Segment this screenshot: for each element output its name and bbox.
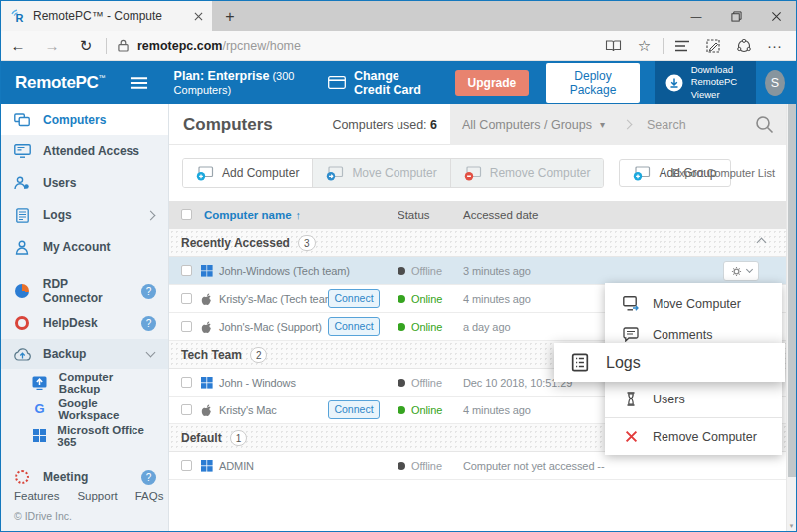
scrollbar[interactable]: ▾ xyxy=(786,104,796,531)
help-icon[interactable]: ? xyxy=(141,470,156,485)
column-accessed-date[interactable]: Accessed date xyxy=(463,209,538,221)
menu-item-users[interactable]: Users xyxy=(605,384,782,414)
row-checkbox[interactable] xyxy=(181,404,192,415)
new-tab-button[interactable]: + xyxy=(212,3,248,31)
hub-icon[interactable] xyxy=(666,40,697,52)
menu-item-move-computer[interactable]: Move Computer xyxy=(605,288,782,319)
table-header: Computer name↑ Status Accessed date xyxy=(169,201,786,229)
sidebar-item-computers[interactable]: Computers xyxy=(1,104,168,135)
hamburger-menu-icon[interactable] xyxy=(130,76,148,90)
footer-link-support[interactable]: Support xyxy=(77,490,117,502)
add-computer-label: Add Computer xyxy=(222,166,299,180)
close-window-button[interactable] xyxy=(756,1,796,31)
row-actions-button[interactable] xyxy=(723,261,759,281)
address-bar[interactable]: remotepc.com/rpcnew/home xyxy=(118,39,598,53)
add-computer-button[interactable]: Add Computer xyxy=(183,159,313,187)
sidebar-item-label: Computer Backup xyxy=(59,371,156,395)
sidebar-item-label: Computers xyxy=(43,113,106,127)
restore-button[interactable] xyxy=(716,1,756,31)
menu-item-remove-computer[interactable]: Remove Computer xyxy=(605,421,782,452)
footer-link-features[interactable]: Features xyxy=(14,490,59,502)
row-checkbox[interactable] xyxy=(181,265,192,276)
sidebar-item-rdp-connector[interactable]: RDP Connector? xyxy=(1,275,168,307)
row-checkbox[interactable] xyxy=(181,460,192,471)
column-computer-name[interactable]: Computer name↑ xyxy=(204,209,301,221)
download-viewer-button[interactable]: DownloadRemotePC Viewer xyxy=(655,61,756,104)
computer-row[interactable]: John-Windows (Tech team)Offline3 minutes… xyxy=(169,257,786,285)
upgrade-button[interactable]: Upgrade xyxy=(455,70,530,96)
helpdesk-icon xyxy=(13,316,31,330)
back-button[interactable]: ← xyxy=(1,37,35,54)
status-online: Online xyxy=(398,293,442,305)
reading-view-icon[interactable] xyxy=(598,39,629,53)
change-credit-card-link[interactable]: Change Credit Card xyxy=(328,69,438,97)
sidebar-item-attended-access[interactable]: Attended Access xyxy=(1,135,168,167)
row-checkbox[interactable] xyxy=(181,321,192,332)
connect-button[interactable]: Connect xyxy=(328,317,380,336)
remove-computer-icon xyxy=(464,166,482,181)
search-icon[interactable] xyxy=(755,115,774,133)
status-dot-icon xyxy=(398,379,405,387)
deploy-package-button[interactable]: Deploy Package xyxy=(546,63,639,103)
row-checkbox[interactable] xyxy=(181,293,192,304)
remove-computer-icon xyxy=(622,430,640,443)
sidebar-item-computer-backup[interactable]: Computer Backup xyxy=(1,369,168,396)
connect-button[interactable]: Connect xyxy=(328,289,380,308)
share-icon[interactable] xyxy=(728,39,759,53)
refresh-button[interactable]: ↻ xyxy=(69,37,103,55)
footer-link-faqs[interactable]: FAQs xyxy=(135,490,164,502)
browser-tab[interactable]: R RemotePC™ - Compute xyxy=(1,1,212,31)
computer-row[interactable]: ADMINOfflineComputer not yet accessed -- xyxy=(169,452,786,480)
sidebar-item-backup[interactable]: Backup xyxy=(1,339,168,369)
scrollbar-thumb[interactable] xyxy=(788,104,796,477)
web-note-icon[interactable] xyxy=(697,39,728,53)
sidebar-item-logs[interactable]: Logs xyxy=(1,199,168,231)
logs-icon xyxy=(13,208,31,223)
sidebar-item-microsoft-office-365[interactable]: Microsoft Office 365 xyxy=(1,422,168,449)
apple-icon xyxy=(201,293,213,307)
menu-item-logs-enlarged[interactable]: Logs xyxy=(554,343,785,382)
sidebar-item-helpdesk[interactable]: HelpDesk? xyxy=(1,307,168,339)
remove-computer-button[interactable]: Remove Computer xyxy=(451,159,604,187)
comments-icon xyxy=(622,327,640,342)
computers-groups-dropdown[interactable]: All Computers / Groups ▾ xyxy=(462,118,624,132)
computers-icon xyxy=(13,113,31,128)
help-icon[interactable]: ? xyxy=(141,284,156,299)
help-icon[interactable]: ? xyxy=(141,316,156,331)
more-options-icon[interactable]: ··· xyxy=(759,37,790,54)
lock-icon xyxy=(118,39,129,52)
group-name: Default xyxy=(181,431,222,445)
sidebar-item-label: Google Workspace xyxy=(58,398,156,421)
select-all-checkbox[interactable] xyxy=(181,209,192,220)
computers-used: Computers used: 6 xyxy=(332,118,437,132)
status-online: Online xyxy=(398,404,442,416)
move-computer-button[interactable]: Move Computer xyxy=(313,159,450,187)
minimize-button[interactable]: — xyxy=(676,1,716,31)
accessed-date: 3 minutes ago xyxy=(463,265,531,277)
forward-button[interactable]: → xyxy=(35,37,69,54)
apple-icon xyxy=(201,404,213,418)
remove-computer-label: Remove Computer xyxy=(490,166,591,180)
column-status[interactable]: Status xyxy=(398,209,430,221)
sidebar-item-users[interactable]: Users xyxy=(1,167,168,199)
sidebar-item-my-account[interactable]: My Account xyxy=(1,231,168,263)
copyright: © IDrive Inc. xyxy=(14,510,162,522)
sidebar-item-meeting[interactable]: Meeting? xyxy=(1,461,168,493)
search-input[interactable] xyxy=(645,117,749,133)
group-count-badge: 2 xyxy=(250,347,268,363)
url-path: /rpcnew/home xyxy=(222,39,301,53)
plan-info: Plan: Enterprise(300 Computers) xyxy=(174,69,328,97)
user-avatar[interactable]: S xyxy=(765,70,785,96)
sidebar-footer: FeaturesSupportFAQs © IDrive Inc. xyxy=(14,490,162,522)
tab-close-icon[interactable] xyxy=(194,12,203,21)
export-computer-list-link[interactable]: Export Computer List xyxy=(672,167,775,179)
sidebar-item-google-workspace[interactable]: GGoogle Workspace xyxy=(1,396,168,422)
favorites-star-icon[interactable]: ☆ xyxy=(629,37,660,55)
apple-icon xyxy=(201,321,213,335)
menu-item-label: Move Computer xyxy=(653,297,741,311)
row-checkbox[interactable] xyxy=(181,377,192,388)
collapse-icon[interactable] xyxy=(757,238,767,248)
scroll-down-arrow[interactable]: ▾ xyxy=(787,522,796,530)
logo-text: RemotePC xyxy=(15,73,99,93)
connect-button[interactable]: Connect xyxy=(328,400,380,419)
